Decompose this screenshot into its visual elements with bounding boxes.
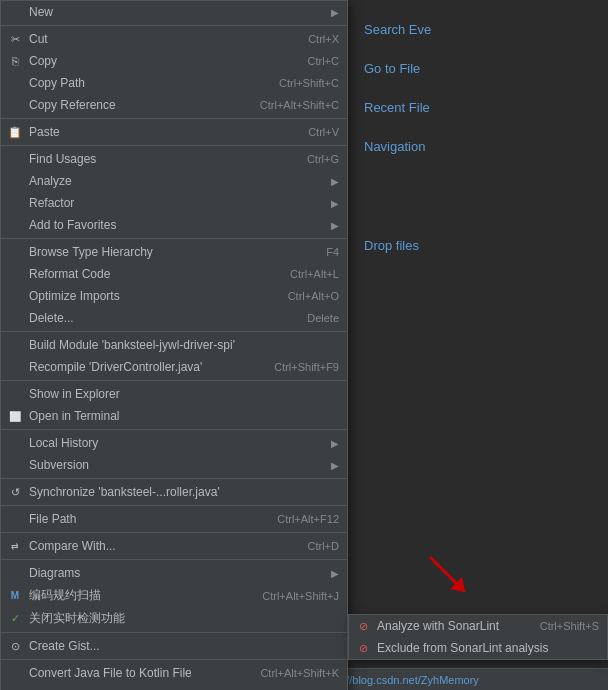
menu-item-copy-path[interactable]: Copy Path Ctrl+Shift+C [1,72,347,94]
menu-item-compare[interactable]: ⇄ Compare With... Ctrl+D [1,535,347,557]
menu-item-add-favorites[interactable]: Add to Favorites ▶ [1,214,347,236]
menu-item-realtime-detect[interactable]: ✓ 关闭实时检测功能 [1,607,347,630]
arrow-icon: ▶ [331,176,339,187]
copy-icon: ⎘ [7,53,23,69]
separator [1,429,347,430]
cut-icon: ✂ [7,31,23,47]
menu-item-convert-java[interactable]: Convert Java File to Kotlin File Ctrl+Al… [1,662,347,684]
menu-item-analyze[interactable]: Analyze ▶ [1,170,347,192]
right-panel-search-everywhere[interactable]: Search Eve [348,10,608,49]
right-panel-drop-files[interactable]: Drop files [348,226,608,265]
separator [1,118,347,119]
menu-item-paste[interactable]: 📋 Paste Ctrl+V [1,121,347,143]
menu-item-optimize[interactable]: Optimize Imports Ctrl+Alt+O [1,285,347,307]
menu-item-recompile[interactable]: Recompile 'DriverController.java' Ctrl+S… [1,356,347,378]
circle-red-icon2: ⊘ [355,640,371,656]
paste-icon: 📋 [7,124,23,140]
menu-item-new[interactable]: New ▶ [1,1,347,23]
arrow-icon: ▶ [331,460,339,471]
separator [1,380,347,381]
right-panel-recent-files[interactable]: Recent File [348,88,608,127]
arrow-icon: ▶ [331,220,339,231]
red-arrow-svg [420,547,480,607]
menu-item-copy-reference[interactable]: Copy Reference Ctrl+Alt+Shift+C [1,94,347,116]
menu-item-create-gist[interactable]: ⊙ Create Gist... [1,635,347,657]
arrow-indicator [420,547,480,610]
separator [1,559,347,560]
submenu-item-exclude[interactable]: ⊘ Exclude from SonarLint analysis [349,637,607,659]
separator [1,238,347,239]
menu-item-diagrams[interactable]: Diagrams ▶ [1,562,347,584]
sync-icon: ↺ [7,484,23,500]
separator [1,659,347,660]
separator [1,632,347,633]
context-menu: New ▶ ✂ Cut Ctrl+X ⎘ Copy Ctrl+C Copy Pa… [0,0,348,690]
menu-item-delete[interactable]: Delete... Delete [1,307,347,329]
check-circle-icon: ✓ [7,611,23,627]
separator [1,478,347,479]
menu-item-build-module[interactable]: Build Module 'banksteel-jywl-driver-spi' [1,334,347,356]
compare-icon: ⇄ [7,538,23,554]
arrow-icon: ▶ [331,438,339,449]
menu-item-code-scan[interactable]: M 编码规约扫描 Ctrl+Alt+Shift+J [1,584,347,607]
menu-item-reformat[interactable]: Reformat Code Ctrl+Alt+L [1,263,347,285]
mv-icon: M [7,588,23,604]
status-url[interactable]: https://blog.csdn.net/ZyhMemory [311,669,608,690]
arrow-icon: ▶ [331,568,339,579]
right-panel-navigation[interactable]: Navigation [348,127,608,166]
submenu-item-analyze[interactable]: ⊘ Analyze with SonarLint Ctrl+Shift+S [349,615,607,637]
menu-item-show-explorer[interactable]: Show in Explorer [1,383,347,405]
arrow-icon: ▶ [331,7,339,18]
terminal-icon: ⬜ [7,408,23,424]
menu-item-webservices[interactable]: \WebServices ▶ [1,684,347,690]
menu-item-subversion[interactable]: Subversion ▶ [1,454,347,476]
arrow-icon: ▶ [331,198,339,209]
right-panel-go-to-file[interactable]: Go to File [348,49,608,88]
separator [1,145,347,146]
github-icon: ⊙ [7,638,23,654]
circle-red-icon: ⊘ [355,618,371,634]
separator [1,505,347,506]
menu-item-browse-hierarchy[interactable]: Browse Type Hierarchy F4 [1,241,347,263]
menu-item-cut[interactable]: ✂ Cut Ctrl+X [1,28,347,50]
menu-item-copy[interactable]: ⎘ Copy Ctrl+C [1,50,347,72]
separator [1,331,347,332]
sonarlint-submenu: ⊘ Analyze with SonarLint Ctrl+Shift+S ⊘ … [348,614,608,660]
menu-item-local-history[interactable]: Local History ▶ [1,432,347,454]
separator [1,25,347,26]
menu-item-refactor[interactable]: Refactor ▶ [1,192,347,214]
menu-item-file-path[interactable]: File Path Ctrl+Alt+F12 [1,508,347,530]
menu-item-open-terminal[interactable]: ⬜ Open in Terminal [1,405,347,427]
menu-item-find-usages[interactable]: Find Usages Ctrl+G [1,148,347,170]
separator [1,532,347,533]
menu-item-synchronize[interactable]: ↺ Synchronize 'banksteel-...roller.java' [1,481,347,503]
